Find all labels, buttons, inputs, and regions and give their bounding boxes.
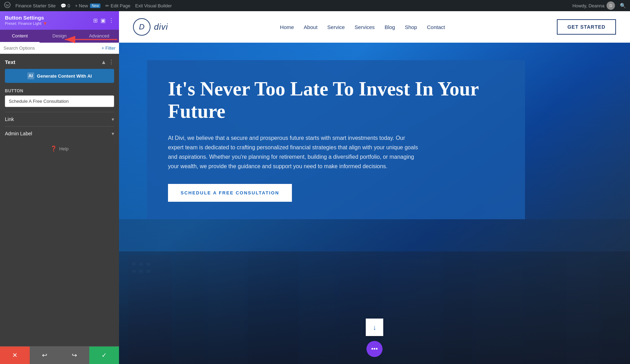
collapse-icon[interactable]: ▲ [101,59,106,65]
sidebar: Button Settings Preset: Finance Light ▼ … [0,11,119,364]
svg-rect-22 [147,270,150,273]
cancel-button[interactable]: ✕ [0,347,30,364]
search-input[interactable] [4,45,99,51]
link-section: Link ▾ [5,112,114,126]
sidebar-title: Button Settings [5,15,48,21]
get-started-button[interactable]: GET STARTED [557,19,616,35]
svg-rect-8 [248,248,299,364]
svg-rect-17 [132,263,135,266]
site-name[interactable]: Finance Starter Site [15,3,56,8]
admin-label-section: Admin Label ▾ [5,126,114,141]
layout-icon[interactable]: ▣ [100,17,106,24]
main-area: Button Settings Preset: Finance Light ▼ … [0,11,630,364]
section-more-icon[interactable]: ⋮ [108,59,114,65]
sidebar-footer: ✕ ↩ ↪ ✓ [0,346,119,364]
site-logo: D divi [133,18,168,36]
logo-circle: D [133,18,150,36]
hero-content-box: It's Never Too Late To Invest In Your Fu… [147,60,525,219]
wp-admin-bar: W Finance Starter Site 💬 0 + New New ✏ E… [0,0,630,11]
avatar: D [607,1,615,10]
sidebar-tabs: Content Design Advanced [0,30,119,43]
edit-page-link[interactable]: ✏ Edit Page [105,3,130,8]
sidebar-content: Text ▲ ⋮ AI Generate Content With AI But… [0,54,119,346]
nav-service[interactable]: Service [327,24,345,30]
redo-button[interactable]: ↪ [59,347,89,364]
svg-rect-6 [175,241,204,364]
purple-dots-menu[interactable]: ••• [366,341,383,357]
search-icon[interactable]: 🔍 [620,3,626,8]
button-field-section: Button [5,88,114,107]
admin-label-header[interactable]: Admin Label ▾ [5,131,114,136]
scroll-down-button[interactable]: ↓ [366,319,383,336]
comment-icon: 💬 [61,3,66,8]
link-section-title: Link [5,116,14,122]
nav-services[interactable]: Services [355,24,375,30]
sidebar-preset: Preset: Finance Light ▼ [5,21,48,26]
howdy-text: Howdy, Deanna [572,3,604,8]
svg-rect-16 [602,270,630,364]
undo-button[interactable]: ↩ [30,347,59,364]
new-button[interactable]: + New New [75,3,100,8]
help-row[interactable]: ❓ Help [5,141,114,157]
new-badge: New [90,3,100,8]
svg-rect-21 [139,270,143,273]
admin-label-title: Admin Label [5,131,32,136]
wordpress-icon: W [4,2,10,10]
nav-blog[interactable]: Blog [385,24,395,30]
dots-icon: ••• [371,345,378,353]
nav-about[interactable]: About [304,24,317,30]
comments-link[interactable]: 💬 0 [61,3,70,8]
website-preview: D divi Home About Service Services Blog … [119,11,630,364]
button-text-input[interactable] [5,95,114,107]
svg-rect-9 [302,274,335,364]
sidebar-search-bar: + Filter [0,43,119,54]
nav-contact[interactable]: Contact [427,24,445,30]
text-section-header: Text ▲ ⋮ [5,59,114,65]
link-chevron-icon: ▾ [112,116,114,122]
nav-home[interactable]: Home [280,24,294,30]
svg-rect-18 [139,263,143,266]
root: W Finance Starter Site 💬 0 + New New ✏ E… [0,0,630,364]
svg-rect-7 [208,263,244,364]
sidebar-header-info: Button Settings Preset: Finance Light ▼ [5,15,48,26]
site-header: D divi Home About Service Services Blog … [119,11,630,43]
svg-rect-13 [476,266,523,364]
svg-rect-15 [566,256,599,364]
comments-count: 0 [68,3,70,8]
svg-rect-11 [382,259,440,364]
exit-visual-builder-link[interactable]: Exit Visual Builder [135,3,172,8]
more-options-icon[interactable]: ⋮ [108,17,114,24]
responsive-icon[interactable]: ⊞ [93,17,98,24]
text-section-controls: ▲ ⋮ [101,59,114,65]
svg-rect-20 [132,270,135,273]
save-button[interactable]: ✓ [89,347,119,364]
hero-section: It's Never Too Late To Invest In Your Fu… [119,43,630,364]
sidebar-header: Button Settings Preset: Finance Light ▼ … [0,11,119,30]
generate-ai-button[interactable]: AI Generate Content With AI [5,69,114,83]
site-nav: Home About Service Services Blog Shop Co… [280,24,445,30]
new-label: + New [75,3,88,8]
help-label: Help [59,146,69,151]
tab-advanced[interactable]: Advanced [79,30,119,43]
logo-text: divi [154,22,168,32]
svg-rect-19 [147,263,150,266]
hero-title: It's Never Too Late To Invest In Your Fu… [168,78,504,123]
text-section-title: Text [5,59,15,65]
svg-text:W: W [6,3,9,7]
sidebar-header-icons: ⊞ ▣ ⋮ [93,17,114,24]
button-label: Button [5,88,114,93]
user-menu[interactable]: Howdy, Deanna D [572,1,615,10]
help-icon: ❓ [50,145,57,152]
scroll-down-arrow-icon: ↓ [373,323,376,331]
link-section-header[interactable]: Link ▾ [5,116,114,122]
ai-button-label: Generate Content With AI [37,73,92,79]
hero-description: At Divi, we believe that a secure and pr… [168,133,420,171]
admin-chevron-icon: ▾ [112,131,114,136]
hero-cta-button[interactable]: SCHEDULE A FREE CONSULTATION [168,184,292,202]
svg-rect-12 [443,252,472,364]
ai-icon: AI [27,72,34,79]
tab-content[interactable]: Content [0,30,40,43]
tab-design[interactable]: Design [40,30,79,43]
filter-button[interactable]: + Filter [102,45,115,51]
nav-shop[interactable]: Shop [405,24,417,30]
